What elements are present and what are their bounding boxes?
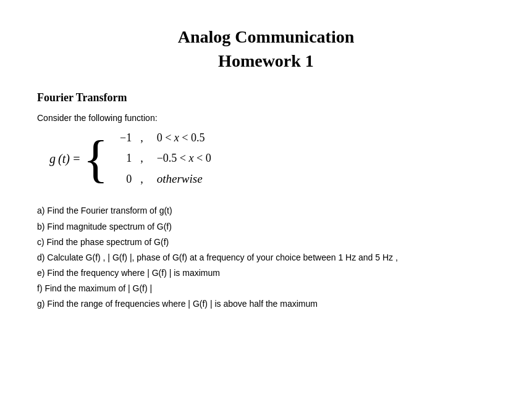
- task-c: c) Find the phase spectrum of G(f): [37, 235, 495, 250]
- page-title: Analog Communication Homework 1: [37, 25, 495, 73]
- case-comma-2: ,: [140, 149, 143, 167]
- left-brace-icon: {: [83, 133, 108, 185]
- piecewise-cases: −1 , 0 < x < 0.5 1 , −0.5 < x < 0 0 , ot…: [114, 129, 211, 188]
- consider-text: Consider the following function:: [37, 113, 495, 123]
- case-value-2: 1: [114, 149, 132, 167]
- case-value-1: −1: [114, 129, 132, 147]
- task-e: e) Find the frequency where | G(f) | is …: [37, 265, 495, 281]
- case-value-3: 0: [114, 170, 132, 188]
- task-f: f) Find the maximum of | G(f) |: [37, 281, 495, 296]
- function-block: g (t) = { −1 , 0 < x < 0.5 1 , −0.5 < x …: [49, 129, 495, 188]
- task-b: b) Find magnitude spectrum of G(f): [37, 219, 495, 235]
- case-row-3: 0 , otherwise: [114, 170, 211, 188]
- tasks-list: a) Find the Fourier transform of g(t) b)…: [37, 203, 495, 312]
- case-comma-1: ,: [140, 129, 143, 147]
- task-g: g) Find the range of frequencies where |…: [37, 296, 495, 312]
- case-comma-3: ,: [140, 170, 143, 188]
- task-a: a) Find the Fourier transform of g(t): [37, 203, 495, 219]
- task-d: d) Calculate G(f) , | G(f) |, phase of G…: [37, 250, 495, 265]
- case-condition-3: otherwise: [157, 170, 203, 188]
- case-condition-2: −0.5 < x < 0: [157, 149, 211, 167]
- function-lhs: g (t) =: [49, 152, 80, 166]
- case-row-2: 1 , −0.5 < x < 0: [114, 149, 211, 167]
- case-row-1: −1 , 0 < x < 0.5: [114, 129, 211, 147]
- section-title: Fourier Transform: [37, 91, 495, 104]
- case-condition-1: 0 < x < 0.5: [157, 129, 205, 147]
